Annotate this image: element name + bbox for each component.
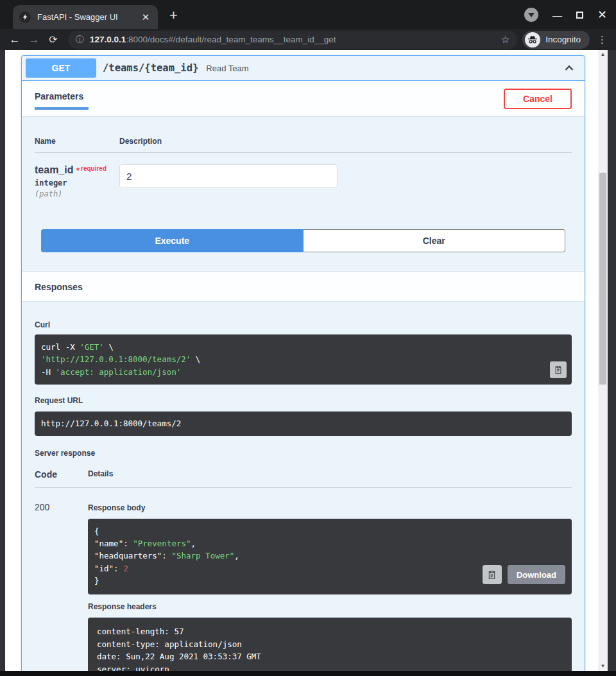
opblock-header[interactable]: GET /teams/{team_id} Read Team: [22, 56, 585, 81]
page-scrollbar[interactable]: ▲ ▼: [598, 50, 608, 671]
tab-close-icon[interactable]: ✕: [140, 12, 151, 23]
server-response-label: Server response: [35, 449, 572, 458]
required-label: required: [81, 165, 107, 172]
window-bottom-edge: [0, 671, 616, 676]
new-tab-icon[interactable]: +: [169, 7, 178, 24]
request-url-label: Request URL: [35, 396, 572, 405]
code-column-header: Code: [35, 469, 88, 480]
param-row-team-id: team_id *required integer (path): [35, 158, 572, 198]
parameters-table: Name Description team_id *required integ…: [22, 116, 585, 272]
browser-tab[interactable]: FastAPI - Swagger UI ✕: [13, 5, 158, 29]
incognito-icon: [525, 32, 540, 48]
curl-command-block: curl -X 'GET' \ 'http://127.0.0.1:8000/t…: [35, 334, 572, 385]
download-button[interactable]: Download: [508, 565, 565, 584]
required-star: *: [76, 166, 80, 175]
back-icon[interactable]: ←: [5, 33, 24, 46]
copy-curl-button[interactable]: [550, 361, 567, 378]
window-close-icon[interactable]: ✕: [597, 9, 607, 21]
opblock-get-teams: GET /teams/{team_id} Read Team Parameter…: [21, 55, 585, 671]
browser-toolbar: ← → ⟳ ⓘ 127.0.0.1:8000/docs#/default/rea…: [0, 29, 616, 50]
window-right-edge: [608, 50, 611, 671]
response-body-label: Response body: [88, 502, 572, 512]
param-name: team_id *required: [35, 164, 119, 176]
fastapi-favicon-icon: [19, 12, 31, 23]
param-location: (path): [35, 189, 119, 198]
clear-button[interactable]: Clear: [304, 229, 566, 252]
window-minimize-icon[interactable]: —: [552, 10, 562, 20]
request-url-block: http://127.0.0.1:8000/teams/2: [35, 412, 572, 435]
response-headers-label: Response headers: [88, 602, 572, 611]
request-url-text: http://127.0.0.1:8000/teams/2: [41, 419, 181, 428]
response-headers-text: content-length: 57content-type: applicat…: [97, 625, 565, 671]
window-maximize-icon[interactable]: [576, 12, 583, 19]
tab-title: FastAPI - Swagger UI: [37, 12, 140, 22]
clipboard-icon: [487, 570, 497, 580]
url-text[interactable]: 127.0.0.1:8000/docs#/default/read_team_t…: [90, 35, 496, 44]
operation-path: /teams/{team_id}: [103, 62, 198, 74]
url-path: :8000/docs#/default/read_team_teams__tea…: [126, 35, 336, 44]
responses-section-header: Responses: [22, 272, 585, 301]
url-host: 127.0.0.1: [90, 35, 126, 44]
collapse-chevron-icon[interactable]: [563, 62, 576, 74]
bookmark-star-icon[interactable]: ☆: [501, 34, 509, 46]
response-body-block: { "name": "Preventers", "headquarters": …: [88, 519, 572, 595]
response-headers-block: content-length: 57content-type: applicat…: [88, 618, 572, 671]
scrollbar-up-icon[interactable]: ▲: [598, 50, 608, 59]
execute-button[interactable]: Execute: [41, 229, 304, 252]
name-column-header: Name: [35, 137, 119, 146]
cancel-button[interactable]: Cancel: [504, 89, 572, 109]
scrollbar-thumb[interactable]: [599, 173, 606, 385]
site-info-icon[interactable]: ⓘ: [76, 34, 84, 46]
clipboard-icon: [554, 365, 563, 374]
tab-parameters[interactable]: Parameters: [35, 87, 89, 110]
copy-response-button[interactable]: [483, 565, 502, 584]
reload-icon[interactable]: ⟳: [44, 33, 63, 46]
curl-command-text: curl -X 'GET' \ 'http://127.0.0.1:8000/t…: [41, 341, 546, 378]
forward-icon[interactable]: →: [24, 33, 44, 46]
parameters-section-header: Parameters Cancel: [22, 81, 585, 116]
browser-tabstrip: FastAPI - Swagger UI ✕ + — ✕: [0, 0, 616, 29]
description-column-header: Description: [119, 137, 162, 146]
incognito-label: Incognito: [545, 35, 581, 44]
status-code: 200: [35, 502, 88, 672]
responses-title: Responses: [35, 282, 83, 292]
method-badge: GET: [26, 58, 96, 78]
team-id-input[interactable]: [119, 164, 338, 188]
scrollbar-down-icon[interactable]: ▼: [598, 662, 608, 671]
responses-area: Curl curl -X 'GET' \ 'http://127.0.0.1:8…: [22, 301, 585, 671]
curl-label: Curl: [35, 320, 572, 329]
browser-menu-icon[interactable]: ⋮: [594, 34, 611, 46]
server-response-row: 200 Response body { "name": "Preventers"…: [35, 493, 572, 672]
operation-summary: Read Team: [206, 64, 248, 73]
url-bar[interactable]: ⓘ 127.0.0.1:8000/docs#/default/read_team…: [68, 31, 517, 49]
browser-update-icon[interactable]: [524, 8, 538, 22]
swagger-page: GET /teams/{team_id} Read Team Parameter…: [0, 50, 598, 671]
incognito-badge: Incognito: [522, 31, 590, 49]
details-column-header: Details: [88, 469, 113, 480]
param-type: integer: [35, 178, 119, 187]
